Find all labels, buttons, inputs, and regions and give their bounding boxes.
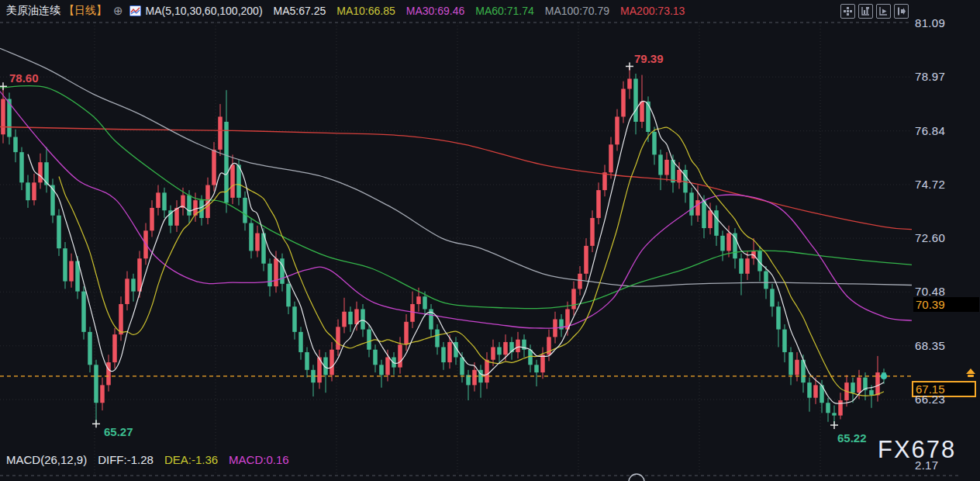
collapse-handle-icon[interactable] xyxy=(629,474,644,481)
candle-body xyxy=(795,360,799,375)
candle-body xyxy=(658,154,663,175)
candle-body xyxy=(615,116,619,144)
candle-body xyxy=(875,372,880,395)
axis-label: 76.84 xyxy=(915,124,945,137)
candle-body xyxy=(472,370,477,386)
candle-body xyxy=(212,150,216,185)
move-tool-icon[interactable] xyxy=(840,4,855,19)
candle-body xyxy=(627,78,632,88)
candle-body xyxy=(19,152,24,182)
candle-body xyxy=(441,347,446,362)
candle-body xyxy=(695,200,700,216)
candle-body xyxy=(230,164,235,197)
candle-body xyxy=(174,208,179,226)
candle-body xyxy=(571,289,576,309)
candle-body xyxy=(503,342,508,355)
candle-body xyxy=(664,160,669,175)
candle-body xyxy=(274,258,278,286)
axis-label: 2.17 xyxy=(915,459,938,472)
chart-header: 美原油连续 【日线】 ⊕ MA(5,10,30,60,100,200) MA5:… xyxy=(0,0,980,22)
candle-body xyxy=(267,264,272,286)
candle-body xyxy=(652,132,657,154)
candle-body xyxy=(633,78,638,121)
candle-body xyxy=(100,385,105,403)
candle-body xyxy=(621,89,626,117)
candle-body xyxy=(423,296,427,309)
candle-body xyxy=(416,296,421,304)
candle-body xyxy=(447,342,452,362)
candle-body xyxy=(249,223,254,251)
candle-body xyxy=(361,309,365,329)
candle-body xyxy=(516,340,520,352)
candle-body xyxy=(305,352,309,370)
candle-body xyxy=(770,289,775,306)
candle-body xyxy=(857,378,861,393)
macd-indicator-bar: MACD(26,12,9) DIFF:-1.28 DEA:-1.36 MACD:… xyxy=(6,453,289,466)
candle-body xyxy=(491,347,495,359)
candle-body xyxy=(602,172,607,190)
axis-candle-tool-icon[interactable] xyxy=(858,4,873,19)
candle-body xyxy=(88,332,92,365)
candle-body xyxy=(119,304,123,334)
candle-body xyxy=(534,365,539,372)
trading-chart-window: 78.6079.3965.2765.22 美原油连续 【日线】 ⊕ MA(5,1… xyxy=(0,0,980,481)
candle-body xyxy=(404,322,409,344)
price-axis[interactable]: 70.39 67.15 81.0978.9776.8474.7272.6070.… xyxy=(913,0,980,481)
candle-body xyxy=(379,365,384,375)
candle-body xyxy=(540,355,545,372)
axis-label: 66.23 xyxy=(915,393,945,406)
candle-body xyxy=(714,210,719,236)
candle-body xyxy=(851,382,855,393)
candle-body xyxy=(640,102,644,122)
candle-body xyxy=(689,192,694,215)
ma100-value: MA100:70.79 xyxy=(545,5,609,17)
marked-price-tag: 70.39 xyxy=(913,297,979,312)
candle-body xyxy=(292,306,297,332)
candle-body xyxy=(187,196,192,216)
candle-body xyxy=(255,234,260,251)
candlestick-chart-canvas[interactable]: 78.6079.3965.2765.22 xyxy=(0,0,980,481)
candle-body xyxy=(726,234,731,251)
candle-body xyxy=(57,216,61,248)
candle-body xyxy=(26,182,30,200)
price-alert-arrow-icon xyxy=(964,369,977,379)
swing-price-label: 65.27 xyxy=(104,425,133,438)
indicator-chart-icon[interactable] xyxy=(129,5,141,16)
candle-body xyxy=(38,162,43,182)
period-selector[interactable]: 【日线】 xyxy=(64,4,107,18)
candle-body xyxy=(708,210,713,228)
axis-play-tool-icon[interactable] xyxy=(876,4,891,19)
ma30-value: MA30:69.46 xyxy=(406,5,465,17)
candle-body xyxy=(342,312,347,327)
candle-body xyxy=(782,330,787,352)
candle-body xyxy=(131,279,136,291)
candle-body xyxy=(485,360,489,382)
candle-body xyxy=(150,208,154,230)
candle-body xyxy=(286,284,291,306)
candle-body xyxy=(137,258,142,291)
candle-body xyxy=(156,192,160,208)
candle-body xyxy=(832,413,837,415)
candle-body xyxy=(720,236,725,251)
candle-body xyxy=(869,390,874,396)
popout-tool-icon[interactable] xyxy=(894,4,909,19)
candle-body xyxy=(764,272,768,289)
add-indicator-icon[interactable]: ⊕ xyxy=(113,4,123,18)
candle-body xyxy=(162,192,167,210)
candle-body xyxy=(807,382,812,398)
candle-body xyxy=(460,357,464,375)
axis-label: 72.60 xyxy=(915,231,945,244)
candle-body xyxy=(112,334,117,362)
last-price-dot xyxy=(881,373,887,379)
axis-label: 68.35 xyxy=(915,339,945,352)
candle-body xyxy=(63,248,67,281)
symbol-name: 美原油连续 xyxy=(6,4,60,18)
candle-body xyxy=(497,347,502,355)
macd-diff-value: DIFF:-1.28 xyxy=(98,453,154,466)
candle-body xyxy=(330,350,334,375)
ma5-value: MA5:67.25 xyxy=(274,5,326,17)
candle-body xyxy=(584,246,588,274)
macd-dea-value: DEA:-1.36 xyxy=(164,453,218,466)
candle-body xyxy=(528,350,533,365)
chart-toolbar xyxy=(840,4,909,19)
